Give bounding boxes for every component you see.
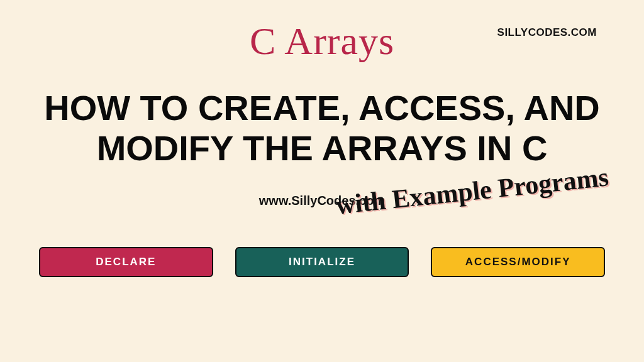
button-row: DECLARE INITIALIZE ACCESS/MODIFY xyxy=(39,247,605,277)
declare-button[interactable]: DECLARE xyxy=(39,247,213,277)
topic-script-title: C Arrays xyxy=(250,19,394,63)
subtitle-script: with Example Programs xyxy=(335,162,610,220)
main-heading: HOW TO CREATE, ACCESS, AND MODIFY THE AR… xyxy=(39,88,605,169)
brand-label: SILLYCODES.COM xyxy=(497,26,597,39)
initialize-label: INITIALIZE xyxy=(289,256,355,268)
access-modify-button[interactable]: ACCESS/MODIFY xyxy=(431,247,605,277)
initialize-button[interactable]: INITIALIZE xyxy=(235,247,409,277)
declare-label: DECLARE xyxy=(96,256,156,268)
access-modify-label: ACCESS/MODIFY xyxy=(465,256,571,268)
